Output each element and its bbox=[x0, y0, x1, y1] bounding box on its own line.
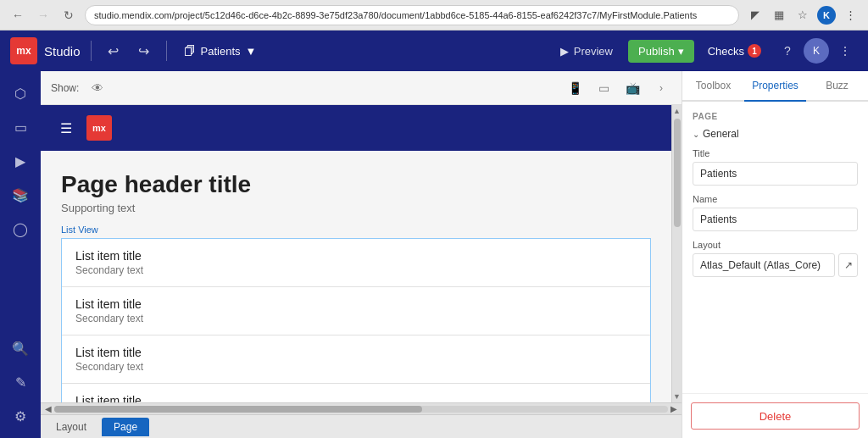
publish-arrow-icon: ▾ bbox=[678, 45, 684, 58]
panel-subsection-label: General bbox=[703, 128, 739, 140]
list-item-secondary: Secondary text bbox=[75, 264, 637, 276]
sidebar-search-button[interactable]: 🔍 bbox=[5, 333, 36, 363]
sidebar-item-pages[interactable]: ▭ bbox=[5, 112, 36, 142]
show-bar-icons: 👁 bbox=[86, 76, 109, 100]
right-panel: ToolboxPropertiesBuzz PAGE ⌄ General Tit… bbox=[682, 71, 868, 438]
redo-button[interactable]: ↪ bbox=[132, 39, 156, 63]
checks-button[interactable]: Checks 1 bbox=[701, 40, 768, 62]
forward-button[interactable]: → bbox=[34, 6, 53, 25]
layout-field-label: Layout bbox=[693, 240, 858, 250]
document-name-label: Patients bbox=[201, 45, 241, 58]
phone-view-button[interactable]: 📱 bbox=[563, 76, 587, 100]
left-sidebar: ⬡ ▭ ▶ 📚 ◯ 🔍 ✎ ⚙ bbox=[0, 71, 41, 438]
bottom-tab-layout[interactable]: Layout bbox=[44, 418, 98, 436]
back-button[interactable]: ← bbox=[8, 6, 27, 25]
v-scrollbar-thumb bbox=[674, 119, 681, 227]
sidebar-item-domain[interactable]: 📚 bbox=[5, 180, 36, 210]
hamburger-button[interactable]: ☰ bbox=[54, 116, 78, 140]
scroll-right-button[interactable]: ▶ bbox=[668, 403, 680, 415]
panel-section-label: PAGE bbox=[693, 112, 858, 121]
play-triangle-icon: ▶ bbox=[560, 45, 569, 58]
page-canvas: ☰ mx Page header title Supporting text L… bbox=[41, 105, 671, 402]
list-item[interactable]: List item title Secondary text bbox=[62, 239, 650, 287]
desktop-view-button[interactable]: 📺 bbox=[620, 76, 644, 100]
panel-subsection: ⌄ General bbox=[693, 128, 858, 140]
sidebar-item-microflows[interactable]: ▶ bbox=[5, 146, 36, 176]
horizontal-scrollbar[interactable]: ◀ ▶ bbox=[41, 402, 682, 414]
page-content: ☰ mx Page header title Supporting text L… bbox=[41, 105, 671, 402]
vertical-scrollbar[interactable]: ▲ ▼ bbox=[671, 105, 682, 402]
right-panel-footer: Delete bbox=[682, 393, 868, 438]
title-field[interactable] bbox=[693, 162, 858, 186]
user-avatar[interactable]: K bbox=[817, 6, 836, 25]
bookmark-icon-btn[interactable]: ☆ bbox=[793, 6, 812, 25]
app-logo: mx Studio bbox=[10, 37, 81, 64]
browser-menu-button[interactable]: ⋮ bbox=[841, 6, 860, 25]
main-area: ⬡ ▭ ▶ 📚 ◯ 🔍 ✎ ⚙ Show: 👁 📱 ▭ 📺 bbox=[0, 71, 868, 438]
scroll-left-button[interactable]: ◀ bbox=[42, 403, 54, 415]
panel-fields: Title Name bbox=[693, 148, 858, 231]
show-eye-button[interactable]: 👁 bbox=[86, 76, 109, 100]
reload-button[interactable]: ↻ bbox=[59, 6, 78, 25]
extensions-icon-btn[interactable]: ▦ bbox=[770, 6, 788, 25]
scroll-up-button[interactable]: ▲ bbox=[673, 105, 681, 117]
toolbar: mx Studio ↩ ↪ 🗍 Patients ▼ ▶ Preview Pub… bbox=[0, 30, 868, 71]
list-item-secondary: Secondary text bbox=[75, 361, 637, 373]
device-icons: 📱 ▭ 📺 bbox=[563, 76, 644, 100]
cast-icon-btn[interactable]: ◤ bbox=[746, 6, 765, 25]
name-field-label: Name bbox=[693, 194, 858, 204]
checks-badge: 1 bbox=[748, 44, 761, 58]
toolbar-divider bbox=[91, 41, 92, 61]
layout-input[interactable] bbox=[693, 253, 835, 277]
right-panel-tab-toolbox[interactable]: Toolbox bbox=[682, 71, 744, 102]
doc-icon: 🗍 bbox=[184, 44, 196, 58]
toolbar-right-icons: ? K ⋮ bbox=[775, 38, 858, 64]
bottom-tab-page[interactable]: Page bbox=[102, 418, 149, 436]
list-item-secondary: Secondary text bbox=[75, 313, 637, 324]
delete-button[interactable]: Delete bbox=[691, 402, 860, 430]
panel-collapse-icon: ⌄ bbox=[693, 130, 699, 139]
canvas-with-scrollbar: ☰ mx Page header title Supporting text L… bbox=[41, 105, 682, 402]
sidebar-item-network[interactable]: ⬡ bbox=[5, 78, 36, 108]
address-bar[interactable]: studio.mendix.com/project/5c12d46c-d6ce-… bbox=[85, 5, 739, 25]
name-field[interactable] bbox=[693, 208, 858, 231]
publish-button[interactable]: Publish ▾ bbox=[628, 40, 694, 63]
browser-bar: ← → ↻ studio.mendix.com/project/5c12d46c… bbox=[0, 0, 868, 30]
sidebar-item-explorer[interactable]: ◯ bbox=[5, 213, 36, 244]
layout-field: Layout ↗ bbox=[693, 240, 858, 277]
right-panel-tab-buzz[interactable]: Buzz bbox=[806, 71, 868, 102]
help-button[interactable]: ? bbox=[775, 38, 800, 64]
preview-button[interactable]: ▶ Preview bbox=[552, 41, 621, 62]
list-item-title: List item title bbox=[75, 394, 637, 402]
right-panel-tab-properties[interactable]: Properties bbox=[744, 71, 806, 102]
show-chevron-button[interactable]: › bbox=[651, 78, 671, 98]
mx-logo: mx bbox=[10, 37, 37, 64]
layout-external-link-button[interactable]: ↗ bbox=[838, 253, 858, 277]
undo-button[interactable]: ↩ bbox=[102, 39, 125, 63]
layout-field-row: ↗ bbox=[693, 253, 858, 277]
v-scrollbar-track bbox=[674, 119, 681, 389]
list-item[interactable]: List item title Secondary text bbox=[62, 287, 650, 335]
list-view-label: List View bbox=[61, 225, 651, 235]
list-item[interactable]: List item title Secondary text bbox=[62, 384, 650, 402]
more-options-button[interactable]: ⋮ bbox=[832, 38, 858, 64]
document-name-button[interactable]: 🗍 Patients ▼ bbox=[177, 41, 264, 61]
address-text: studio.mendix.com/project/5c12d46c-d6ce-… bbox=[94, 10, 697, 20]
user-profile-button[interactable]: K bbox=[804, 38, 829, 64]
canvas-area: Show: 👁 📱 ▭ 📺 › bbox=[41, 71, 682, 438]
scroll-down-button[interactable]: ▼ bbox=[673, 391, 681, 402]
right-panel-body: PAGE ⌄ General Title Name Layout ↗ bbox=[682, 102, 868, 393]
list-item-title: List item title bbox=[75, 249, 637, 263]
toolbar-divider-2 bbox=[166, 41, 167, 61]
show-label: Show: bbox=[51, 82, 79, 94]
title-field-container: Title bbox=[693, 148, 858, 186]
chevron-down-icon: ▼ bbox=[246, 45, 257, 58]
page-header-bar: ☰ mx bbox=[41, 105, 671, 151]
sidebar-settings-button[interactable]: ⚙ bbox=[5, 401, 36, 431]
list-item[interactable]: List item title Secondary text bbox=[62, 335, 650, 384]
header-mx-logo: mx bbox=[86, 115, 112, 141]
list-item-title: List item title bbox=[75, 297, 637, 311]
tablet-view-button[interactable]: ▭ bbox=[592, 76, 615, 100]
publish-label: Publish bbox=[638, 45, 675, 58]
sidebar-brush-button[interactable]: ✎ bbox=[5, 367, 36, 397]
